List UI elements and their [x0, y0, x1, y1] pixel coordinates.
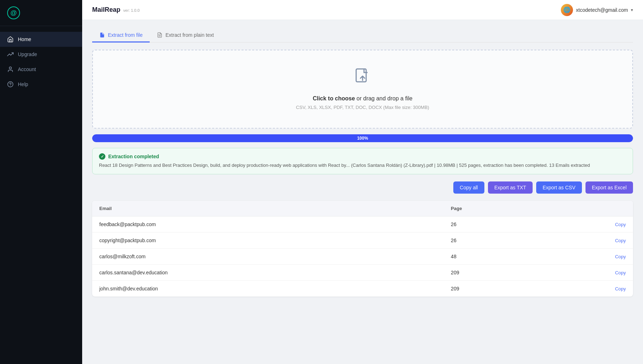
email-table-body: feedback@packtpub.com 26 Copy copyright@…	[92, 216, 633, 296]
col-header-copy	[552, 201, 633, 216]
upload-icon	[354, 68, 371, 90]
cell-email: feedback@packtpub.com	[92, 216, 444, 232]
copy-row-button[interactable]: Copy	[615, 270, 626, 275]
cell-copy: Copy	[552, 216, 633, 232]
cell-email: john.smith@dev.education	[92, 280, 444, 296]
cell-email: copyright@packtpub.com	[92, 232, 444, 248]
cell-page: 26	[444, 232, 552, 248]
user-email: xtcodetech@gmail.com	[576, 7, 628, 13]
dropzone-text: Click to choose or drag and drop a file	[313, 95, 412, 102]
extraction-status-title: ✓ Extraction completed	[99, 153, 626, 160]
tab-extract-file[interactable]: Extract from file	[92, 29, 150, 43]
tab-extract-text-label: Extract from plain text	[165, 32, 214, 38]
sidebar-logo: @	[0, 0, 82, 26]
header: MailReap ver: 1.0.0 🌐 xtcodetech@gmail.c…	[82, 0, 643, 20]
extraction-status: ✓ Extraction completed React 18 Design P…	[92, 148, 633, 174]
sidebar-item-account-label: Account	[18, 66, 36, 72]
tab-extract-text[interactable]: Extract from plain text	[150, 29, 221, 43]
col-header-page: Page	[444, 201, 552, 216]
main-area: MailReap ver: 1.0.0 🌐 xtcodetech@gmail.c…	[82, 0, 643, 364]
file-dropzone[interactable]: Click to choose or drag and drop a file …	[92, 50, 633, 129]
table-row: john.smith@dev.education 209 Copy	[92, 280, 633, 296]
cell-page: 48	[444, 248, 552, 264]
dropzone-click-text: Click to choose	[313, 95, 355, 101]
sidebar-item-help[interactable]: Help	[0, 77, 82, 92]
sidebar: @ Home Upgrade Account Help	[0, 0, 82, 364]
email-table: Email Page feedback@packtpub.com 26 Copy…	[92, 201, 633, 296]
text-icon	[157, 32, 163, 38]
svg-rect-5	[356, 69, 366, 82]
sidebar-item-help-label: Help	[18, 81, 28, 87]
cell-copy: Copy	[552, 248, 633, 264]
progress-label: 100%	[357, 136, 368, 141]
export-excel-button[interactable]: Export as Excel	[585, 181, 633, 194]
dropzone-drag-text: or drag and drop a file	[355, 95, 413, 101]
export-txt-button[interactable]: Export as TXT	[488, 181, 533, 194]
home-icon	[7, 36, 14, 43]
copy-row-button[interactable]: Copy	[615, 286, 626, 291]
cell-page: 209	[444, 264, 552, 280]
chevron-down-icon: ▾	[631, 8, 633, 13]
cell-page: 209	[444, 280, 552, 296]
sidebar-item-home-label: Home	[18, 36, 31, 42]
sidebar-item-account[interactable]: Account	[0, 62, 82, 77]
check-icon: ✓	[99, 153, 105, 160]
cell-email: carlos.santana@dev.education	[92, 264, 444, 280]
brand-version: ver: 1.0.0	[123, 8, 140, 13]
table-row: copyright@packtpub.com 26 Copy	[92, 232, 633, 248]
table-row: feedback@packtpub.com 26 Copy	[92, 216, 633, 232]
tab-extract-file-label: Extract from file	[108, 32, 143, 38]
cell-copy: Copy	[552, 280, 633, 296]
svg-point-0	[9, 67, 11, 69]
table-header-row: Email Page	[92, 201, 633, 216]
copy-all-button[interactable]: Copy all	[453, 181, 484, 194]
cell-copy: Copy	[552, 232, 633, 248]
user-menu[interactable]: 🌐 xtcodetech@gmail.com ▾	[561, 4, 633, 16]
brand-name: MailReap	[92, 6, 120, 14]
export-csv-button[interactable]: Export as CSV	[536, 181, 582, 194]
extraction-status-text: React 18 Design Patterns and Best Practi…	[99, 162, 626, 169]
tab-bar: Extract from file Extract from plain tex…	[92, 29, 633, 43]
app-logo-icon: @	[7, 6, 20, 19]
file-icon	[99, 32, 105, 38]
copy-row-button[interactable]: Copy	[615, 238, 626, 243]
table-row: carlos.santana@dev.education 209 Copy	[92, 264, 633, 280]
avatar: 🌐	[561, 4, 573, 16]
dropzone-hint: CSV, XLS, XLSX, PDF, TXT, DOC, DOCX (Max…	[296, 105, 429, 110]
header-brand: MailReap ver: 1.0.0	[92, 6, 140, 14]
sidebar-nav: Home Upgrade Account Help	[0, 26, 82, 364]
content: Extract from file Extract from plain tex…	[82, 20, 643, 364]
cell-email: carlos@milkzoft.com	[92, 248, 444, 264]
copy-row-button[interactable]: Copy	[615, 222, 626, 227]
progress-bar-container: 100%	[92, 134, 633, 142]
help-icon	[7, 81, 14, 88]
action-buttons: Copy all Export as TXT Export as CSV Exp…	[92, 181, 633, 194]
account-icon	[7, 66, 14, 73]
sidebar-item-home[interactable]: Home	[0, 32, 82, 47]
copy-row-button[interactable]: Copy	[615, 254, 626, 259]
extraction-status-title-text: Extraction completed	[108, 154, 159, 159]
col-header-email: Email	[92, 201, 444, 216]
sidebar-item-upgrade-label: Upgrade	[18, 51, 37, 57]
avatar-emoji: 🌐	[563, 6, 570, 13]
cell-page: 26	[444, 216, 552, 232]
sidebar-item-upgrade[interactable]: Upgrade	[0, 47, 82, 62]
upgrade-icon	[7, 51, 14, 58]
table-row: carlos@milkzoft.com 48 Copy	[92, 248, 633, 264]
cell-copy: Copy	[552, 264, 633, 280]
